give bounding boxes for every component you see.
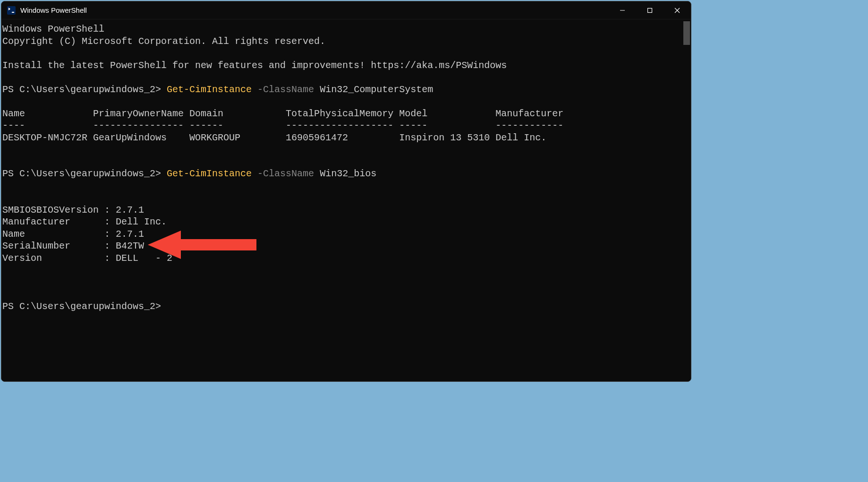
table1-headers: Name PrimaryOwnerName Domain TotalPhysic… xyxy=(2,108,563,119)
terminal-output[interactable]: Windows PowerShell Copyright (C) Microso… xyxy=(1,19,691,381)
svg-rect-1 xyxy=(648,8,652,12)
bios-l1: SMBIOSBIOSVersion : 2.7.1 xyxy=(2,205,144,215)
intro-line3: Install the latest PowerShell for new fe… xyxy=(2,60,507,71)
table1-separators: ---- ---------------- ------ -----------… xyxy=(2,120,563,131)
bios-l5: Version : DELL - 2 xyxy=(2,253,172,264)
table1-row: DESKTOP-NMJC72R GearUpWindows WORKGROUP … xyxy=(2,132,546,143)
titlebar-left: Windows PowerShell xyxy=(1,6,87,15)
prompt-3: PS C:\Users\gearupwindows_2> xyxy=(2,301,161,312)
minimize-button[interactable] xyxy=(609,1,636,19)
param-1: -ClassName xyxy=(252,84,314,95)
arg-2: Win32_bios xyxy=(314,168,376,179)
cmdlet-1: Get-CimInstance xyxy=(167,84,252,95)
powershell-icon xyxy=(7,6,16,15)
maximize-button[interactable] xyxy=(636,1,664,19)
prompt-1: PS C:\Users\gearupwindows_2> xyxy=(2,84,167,95)
powershell-window: Windows PowerShell Windows PowerShell Co… xyxy=(1,1,691,382)
window-title: Windows PowerShell xyxy=(20,6,87,14)
intro-line1: Windows PowerShell xyxy=(2,24,104,34)
bios-l2: Manufacturer : Dell Inc. xyxy=(2,216,167,227)
window-controls xyxy=(609,1,691,19)
bios-l3: Name : 2.7.1 xyxy=(2,229,144,240)
param-2: -ClassName xyxy=(252,168,314,179)
bios-l4: SerialNumber : B42TW xyxy=(2,241,144,251)
prompt-2: PS C:\Users\gearupwindows_2> xyxy=(2,168,167,179)
titlebar[interactable]: Windows PowerShell xyxy=(1,1,691,19)
cmdlet-2: Get-CimInstance xyxy=(167,168,252,179)
close-button[interactable] xyxy=(664,1,691,19)
intro-line2: Copyright (C) Microsoft Corporation. All… xyxy=(2,36,325,47)
minimize-icon xyxy=(620,8,625,13)
close-icon xyxy=(674,8,680,13)
maximize-icon xyxy=(647,8,653,13)
scrollbar-thumb[interactable] xyxy=(683,21,690,45)
arg-1: Win32_ComputerSystem xyxy=(314,84,433,95)
